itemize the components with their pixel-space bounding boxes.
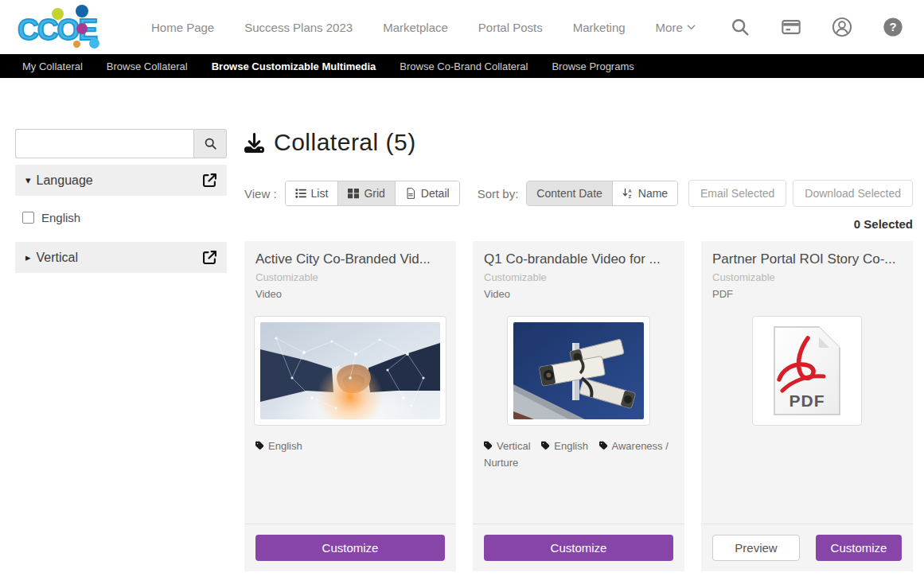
view-sort-toolbar: View : List Grid Detail Sort by: [244, 180, 913, 207]
selected-count: 0 Selected [244, 217, 913, 231]
search-icon [204, 137, 217, 150]
tag: Vertical [484, 440, 531, 452]
card-footer: Preview Customize [701, 524, 913, 571]
tag-label: Vertical [497, 440, 531, 452]
nav-more-dropdown[interactable]: More [656, 21, 696, 34]
logo-dot-magenta [76, 23, 88, 34]
sort-content-date-button[interactable]: Content Date [527, 181, 613, 205]
card-tags: Vertical English Awareness / Nurture [473, 426, 684, 471]
subnav-browse-collateral[interactable]: Browse Collateral [107, 60, 188, 72]
card-subtitle: Customizable [712, 271, 902, 284]
download-icon [244, 133, 264, 153]
caret-right-icon: ▸ [25, 251, 31, 263]
chevron-down-icon [687, 24, 696, 30]
sort-name-button[interactable]: A Z Name [613, 181, 677, 205]
sort-content-date-label: Content Date [536, 187, 602, 200]
pdf-file-icon: PDF [758, 322, 856, 419]
tag: English [255, 440, 302, 452]
collateral-card-grid: Active City Co-Branded Vid... Customizab… [244, 241, 913, 571]
customize-button[interactable]: Customize [816, 535, 902, 561]
card-thumbnail[interactable] [507, 316, 650, 426]
card-spacer [701, 438, 913, 524]
ccoe-logo[interactable]: CCOE [16, 4, 118, 50]
preview-button[interactable]: Preview [712, 535, 800, 561]
header-icon-bar: ? [730, 17, 903, 37]
subnav-my-collateral[interactable]: My Collateral [22, 60, 83, 72]
nav-more-label: More [656, 21, 683, 34]
nav-marketplace[interactable]: Marketplace [383, 21, 448, 34]
card-thumbnail[interactable]: PDF [752, 316, 862, 426]
view-grid-label: Grid [364, 187, 384, 200]
user-icon[interactable] [832, 17, 852, 37]
tag-icon [484, 441, 493, 450]
card-spacer [244, 454, 456, 524]
cctv-cameras-image [513, 322, 644, 419]
tag-icon [541, 441, 551, 450]
card-tags [701, 426, 913, 438]
card-head: Partner Portal ROI Story Co-... Customiz… [701, 241, 913, 301]
nav-success-plans[interactable]: Success Plans 2023 [244, 21, 353, 34]
logo-dot-orange [73, 41, 80, 48]
filter-section-vertical[interactable]: ▸ Vertical [15, 242, 227, 273]
page-content: ▾ Language English ▸ Vertical Collateral… [0, 78, 924, 571]
card-thumbnail[interactable] [254, 316, 446, 426]
nav-marketing[interactable]: Marketing [573, 21, 626, 34]
card-title[interactable]: Partner Portal ROI Story Co-... [712, 251, 902, 268]
view-toggle-group: List Grid Detail [285, 181, 460, 206]
card-type: Video [484, 288, 673, 301]
card-footer: Customize [473, 524, 684, 571]
view-detail-label: Detail [421, 187, 450, 200]
svg-text:?: ? [889, 21, 896, 33]
subnav-browse-cobrand-collateral[interactable]: Browse Co-Brand Collateral [400, 60, 528, 72]
sort-alpha-icon: A Z [622, 188, 634, 199]
nav-home-page[interactable]: Home Page [151, 21, 214, 34]
card-type: Video [255, 288, 445, 301]
card-subtitle: Customizable [255, 271, 445, 284]
customize-button[interactable]: Customize [484, 535, 673, 561]
search-input[interactable] [15, 129, 193, 158]
grid-icon [348, 188, 359, 199]
top-header: CCOE Home Page Success Plans 2023 Market… [0, 0, 924, 54]
logo-dot-cyan [89, 38, 99, 49]
view-list-button[interactable]: List [286, 181, 339, 205]
tag-icon [255, 441, 265, 450]
search-icon[interactable] [730, 17, 751, 37]
sort-name-label: Name [638, 187, 668, 200]
nav-portal-posts[interactable]: Portal Posts [478, 21, 543, 34]
card-footer: Customize [244, 524, 456, 571]
customize-button[interactable]: Customize [255, 535, 445, 561]
subnav-browse-customizable-multimedia[interactable]: Browse Customizable Multimedia [212, 60, 376, 72]
svg-text:PDF: PDF [789, 391, 825, 410]
card-title[interactable]: Q1 Co-brandable Video for ... [484, 251, 673, 268]
tag-icon [599, 441, 609, 450]
caret-down-icon: ▾ [25, 174, 31, 186]
card-subtitle: Customizable [484, 271, 673, 284]
view-list-label: List [311, 187, 329, 200]
english-checkbox-label: English [41, 211, 80, 224]
file-icon [405, 188, 416, 199]
sort-label: Sort by: [478, 187, 519, 201]
email-selected-button[interactable]: Email Selected [688, 180, 786, 207]
card-head: Q1 Co-brandable Video for ... Customizab… [473, 241, 684, 301]
collateral-main: Collateral (5) View : List Grid Detail [244, 129, 913, 571]
handshake-network-image [260, 322, 440, 419]
external-link-icon[interactable] [203, 251, 216, 264]
help-icon[interactable]: ? [883, 17, 903, 37]
external-link-icon[interactable] [203, 173, 216, 187]
collateral-subnav: My Collateral Browse Collateral Browse C… [0, 54, 924, 78]
card-title[interactable]: Active City Co-Branded Vid... [255, 251, 445, 268]
credit-card-icon[interactable] [781, 17, 801, 37]
subnav-browse-programs[interactable]: Browse Programs [552, 60, 634, 72]
page-title-row: Collateral (5) [244, 129, 913, 156]
card-type: PDF [712, 288, 902, 301]
view-detail-button[interactable]: Detail [396, 181, 459, 205]
filter-section-language-label: Language [37, 173, 93, 188]
view-grid-button[interactable]: Grid [338, 181, 395, 205]
download-selected-button[interactable]: Download Selected [793, 180, 913, 207]
bulk-actions: Email Selected Download Selected [688, 180, 913, 207]
svg-text:A: A [628, 189, 631, 193]
english-checkbox[interactable] [22, 212, 34, 224]
card-tags: English [244, 426, 456, 454]
filter-section-language[interactable]: ▾ Language [15, 165, 227, 196]
sidebar-search-button[interactable] [193, 129, 227, 158]
